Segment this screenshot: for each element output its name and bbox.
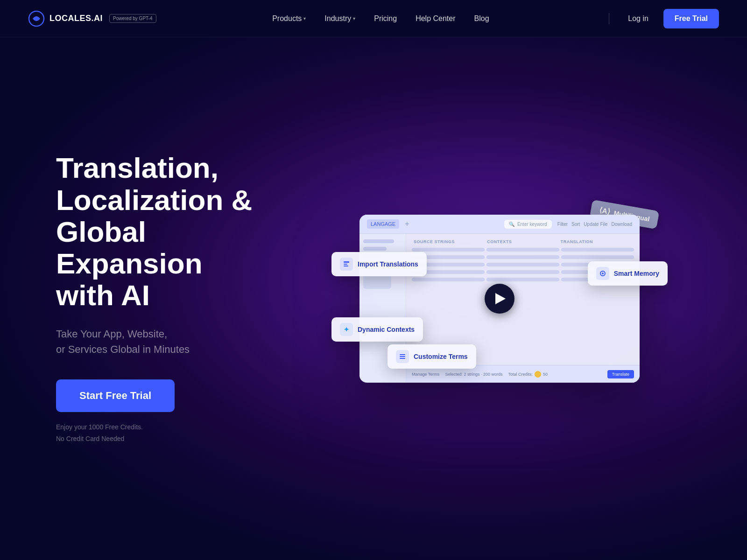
column-headers: SOURCE STRINGS CONTEXTS TRANSLATION xyxy=(412,239,634,244)
update-file-label[interactable]: Update File xyxy=(584,222,607,227)
svg-text:✦: ✦ xyxy=(344,326,349,333)
table-row xyxy=(412,248,634,252)
svg-rect-7 xyxy=(400,354,405,355)
sidebar-item xyxy=(363,239,394,243)
brand-name: LOCALES.AI xyxy=(49,14,103,23)
mockup-container: ⟨A⟩ Multilingual LANGAGE + 🔍 Enter keywo… xyxy=(359,215,649,383)
chevron-down-icon: ▾ xyxy=(303,16,306,21)
logo-icon xyxy=(28,10,45,27)
total-credits-label: Total Credits: xyxy=(508,372,533,377)
translate-button[interactable]: Translate xyxy=(607,370,634,378)
chevron-down-icon: ▾ xyxy=(353,16,355,21)
feature-card-import: Import Translations xyxy=(331,252,427,276)
add-tab-button[interactable]: + xyxy=(405,220,409,228)
col-translation: TRANSLATION xyxy=(561,239,632,244)
nav-products-label: Products xyxy=(272,14,302,23)
nav-help-label: Help Center xyxy=(416,14,455,23)
navbar: LOCALES.AI Powered by GPT-4 Products ▾ I… xyxy=(0,0,747,37)
nav-divider xyxy=(609,13,609,24)
feature-card-smart-memory: Smart Memory xyxy=(588,261,668,286)
coin-icon xyxy=(535,371,541,378)
svg-rect-1 xyxy=(344,261,349,263)
table-row xyxy=(412,255,634,259)
nav-right: Log in Free Trial xyxy=(605,9,719,28)
nav-item-blog[interactable]: Blog xyxy=(467,11,497,27)
nav-item-industry[interactable]: Industry ▾ xyxy=(317,11,363,27)
sidebar-item xyxy=(363,247,387,251)
col-contexts: CONTEXTS xyxy=(487,239,558,244)
hero-right: ⟨A⟩ Multilingual LANGAGE + 🔍 Enter keywo… xyxy=(289,215,691,383)
selected-info: Selected: 2 strings · 200 words xyxy=(445,372,502,377)
hero-subtitle: Take Your App, Website, or Services Glob… xyxy=(56,326,289,357)
customize-terms-icon xyxy=(396,350,409,363)
feature-card-dynamic-contexts: ✦ Dynamic Contexts xyxy=(331,317,423,342)
nav-pricing-label: Pricing xyxy=(374,14,397,23)
download-label[interactable]: Download xyxy=(612,222,632,227)
nav-item-help[interactable]: Help Center xyxy=(408,11,463,27)
filter-label[interactable]: Filter xyxy=(557,222,568,227)
nav-blog-label: Blog xyxy=(474,14,489,23)
free-trial-button[interactable]: Free Trial xyxy=(663,9,719,28)
play-video-button[interactable] xyxy=(485,284,514,314)
svg-rect-8 xyxy=(400,356,405,357)
credits-value: 50 xyxy=(543,372,548,377)
hero-left: Translation, Localization & Global Expan… xyxy=(56,152,289,445)
smart-memory-icon xyxy=(596,267,609,280)
panel-tab-language[interactable]: LANGAGE xyxy=(367,219,399,229)
import-translations-label: Import Translations xyxy=(358,260,418,268)
nav-industry-label: Industry xyxy=(324,14,351,23)
manage-terms-label[interactable]: Manage Terms xyxy=(412,372,439,377)
credits-display: Total Credits: 50 xyxy=(508,371,548,378)
dynamic-contexts-label: Dynamic Contexts xyxy=(358,326,415,333)
nav-center: Products ▾ Industry ▾ Pricing Help Cente… xyxy=(265,11,496,27)
nav-item-products[interactable]: Products ▾ xyxy=(265,11,313,27)
feature-card-customize-terms: Customize Terms xyxy=(388,344,476,369)
svg-point-5 xyxy=(602,273,604,274)
svg-rect-9 xyxy=(400,358,405,359)
col-source: SOURCE STRINGS xyxy=(414,239,485,244)
import-icon xyxy=(340,258,353,271)
svg-rect-3 xyxy=(344,266,348,266)
dynamic-contexts-icon: ✦ xyxy=(340,323,353,336)
panel-search[interactable]: 🔍 Enter keyword xyxy=(504,220,552,229)
svg-rect-2 xyxy=(344,264,347,265)
nav-brand: LOCALES.AI Powered by GPT-4 xyxy=(28,10,156,27)
login-button[interactable]: Log in xyxy=(620,11,656,27)
panel-actions: Filter Sort Update File Download xyxy=(557,222,632,227)
nav-item-pricing[interactable]: Pricing xyxy=(366,11,404,27)
gpt4-badge: Powered by GPT-4 xyxy=(109,14,156,23)
search-icon: 🔍 xyxy=(509,222,514,227)
sort-label[interactable]: Sort xyxy=(571,222,580,227)
hero-note: Enjoy your 1000 Free Credits. No Credit … xyxy=(56,421,289,445)
smart-memory-label: Smart Memory xyxy=(614,270,659,277)
hero-section: Translation, Localization & Global Expan… xyxy=(0,37,747,560)
customize-terms-label: Customize Terms xyxy=(414,353,468,360)
panel-header: LANGAGE + 🔍 Enter keyword Filter Sort Up… xyxy=(359,215,640,234)
hero-title: Translation, Localization & Global Expan… xyxy=(56,152,289,311)
start-free-trial-button[interactable]: Start Free Trial xyxy=(56,379,175,412)
